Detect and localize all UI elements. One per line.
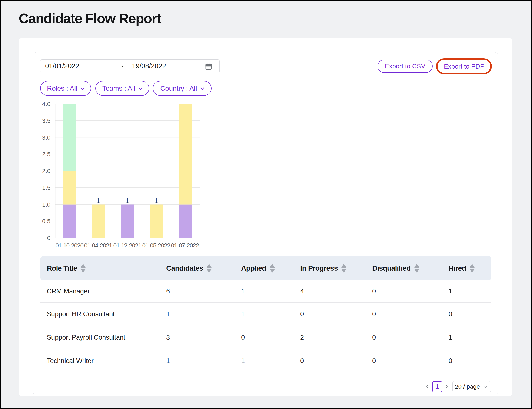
svg-text:3.5: 3.5 xyxy=(42,117,50,124)
svg-text:3.0: 3.0 xyxy=(42,134,50,141)
svg-text:1.0: 1.0 xyxy=(42,201,50,208)
svg-text:1: 1 xyxy=(96,197,100,204)
svg-text:2.0: 2.0 xyxy=(42,168,50,174)
svg-text:2.5: 2.5 xyxy=(42,151,50,158)
svg-text:1: 1 xyxy=(125,197,129,204)
svg-text:01-04-2021: 01-04-2021 xyxy=(84,242,112,249)
svg-text:01-12-2021: 01-12-2021 xyxy=(113,242,141,249)
svg-text:01-10-2020: 01-10-2020 xyxy=(55,242,84,249)
svg-text:01-07-2022: 01-07-2022 xyxy=(171,242,199,249)
svg-text:1.5: 1.5 xyxy=(42,185,50,191)
svg-text:4.0: 4.0 xyxy=(42,101,50,107)
svg-text:0.5: 0.5 xyxy=(42,218,50,224)
svg-text:1: 1 xyxy=(154,197,158,204)
svg-text:01-05-2022: 01-05-2022 xyxy=(142,242,170,249)
svg-text:0: 0 xyxy=(47,235,50,241)
